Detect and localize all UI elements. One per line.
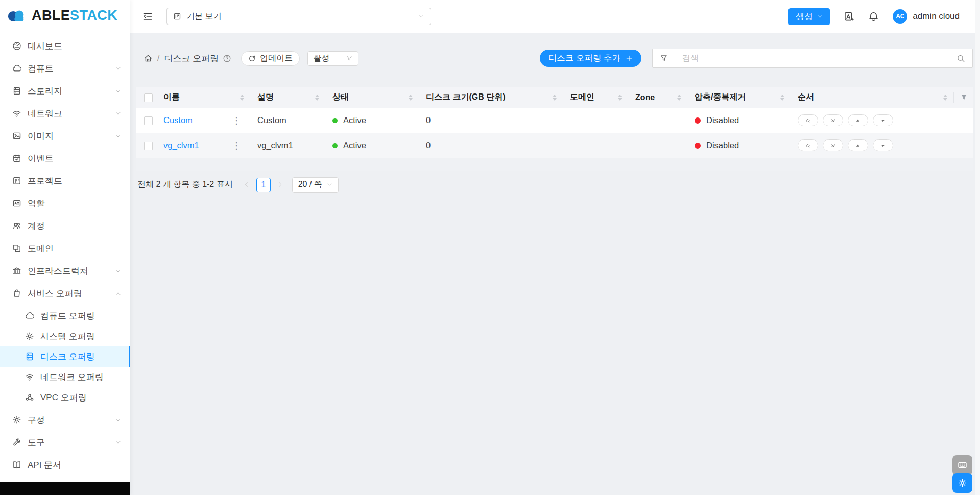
view-select[interactable]: 기본 보기 [166, 8, 431, 25]
search-submit-button[interactable] [949, 49, 972, 67]
page-size-select[interactable]: 20 / 쪽 [292, 177, 339, 193]
next-page-button[interactable] [274, 178, 287, 192]
sidebar-item-accounts[interactable]: 계정 [0, 216, 130, 236]
update-button[interactable]: 업데이트 [241, 51, 300, 66]
sidebar-item-label: VPC 오퍼링 [40, 392, 87, 404]
move-up-button[interactable] [848, 139, 868, 151]
sidebar-item-events[interactable]: 이벤트 [0, 148, 130, 169]
column-header-description[interactable]: 설명 [249, 87, 324, 108]
settings-button[interactable] [952, 473, 972, 493]
sidebar-item-label: 컴퓨트 [28, 63, 54, 75]
previous-page-button[interactable] [240, 178, 253, 192]
sidebar-collapse-icon[interactable] [142, 11, 153, 21]
sidebar-item-images[interactable]: 이미지 [0, 126, 130, 146]
cell-domain [562, 108, 627, 133]
sidebar-item-system-offerings[interactable]: 시스템 오퍼링 [0, 326, 130, 346]
sidebar-item-vpc-offerings[interactable]: VPC 오퍼링 [0, 387, 130, 408]
sort-carets-icon[interactable] [780, 93, 784, 102]
sidebar-item-compute[interactable]: 컴퓨트 [0, 58, 130, 79]
column-header-disk_size[interactable]: 디스크 크기(GB 단위) [418, 87, 562, 108]
select-all-checkbox[interactable] [144, 93, 153, 102]
move-to-top-button[interactable] [798, 139, 818, 151]
add-disk-offering-button[interactable]: 디스크 오퍼링 추가 [540, 50, 641, 67]
keyboard-button[interactable] [952, 455, 972, 475]
disk-offerings-table-card: 이름설명상태디스크 크기(GB 단위)도메인Zone압축/중복제거순서 Cust… [136, 87, 973, 171]
sidebar-item-domains[interactable]: 도메인 [0, 238, 130, 258]
sidebar-item-network-offerings[interactable]: 네트워크 오퍼링 [0, 367, 130, 387]
sort-carets-icon[interactable] [409, 93, 413, 102]
wifi-icon [12, 109, 21, 118]
brand-logo[interactable]: ABLESTACK [0, 0, 130, 31]
cell-state: Active [324, 108, 418, 133]
home-icon[interactable] [144, 54, 153, 63]
sort-carets-icon[interactable] [315, 93, 319, 102]
row-checkbox[interactable] [144, 116, 153, 125]
caret-down-icon [880, 143, 886, 149]
search-icon [957, 54, 965, 63]
sidebar-item-tools[interactable]: 도구 [0, 432, 130, 453]
column-header-state[interactable]: 상태 [324, 87, 418, 108]
sidebar: ABLESTACK 대시보드컴퓨트스토리지네트워크이미지이벤트프로젝트역할계정도… [0, 0, 130, 495]
search-bar [652, 49, 973, 68]
column-header-zone[interactable]: Zone [627, 87, 686, 108]
column-header-domain[interactable]: 도메인 [562, 87, 627, 108]
status-filter-select[interactable]: 활성 [307, 51, 358, 66]
page-number-button[interactable]: 1 [256, 178, 271, 192]
sidebar-bottom-strip [0, 482, 130, 495]
user-menu[interactable]: AC admin cloud [893, 9, 960, 24]
sidebar-item-label: 인프라스트럭쳐 [28, 265, 88, 277]
sort-carets-icon[interactable] [618, 93, 622, 102]
sidebar-item-storage[interactable]: 스토리지 [0, 81, 130, 101]
chevron-down-icon [115, 133, 121, 139]
sidebar-item-disk-offerings[interactable]: 디스크 오퍼링 [0, 346, 130, 367]
event-icon [12, 154, 21, 163]
sort-carets-icon[interactable] [677, 93, 681, 102]
offering-name-link[interactable]: Custom [163, 115, 193, 125]
search-input[interactable] [675, 49, 949, 67]
view-select-value: 기본 보기 [186, 11, 221, 22]
notifications-bell-icon[interactable] [868, 11, 879, 22]
sort-carets-icon[interactable] [240, 93, 244, 102]
move-to-bottom-button[interactable] [823, 114, 843, 126]
chevron-down-icon [817, 14, 823, 19]
search-filter-button[interactable] [653, 49, 675, 67]
sidebar-item-projects[interactable]: 프로젝트 [0, 171, 130, 191]
column-header-order[interactable]: 순서 [790, 87, 973, 108]
help-question-icon[interactable] [223, 54, 231, 63]
row-more-actions-button[interactable]: ⋮ [229, 140, 244, 151]
language-icon[interactable] [844, 11, 854, 22]
sidebar-item-label: 도메인 [28, 243, 54, 254]
column-header-name[interactable]: 이름 [155, 87, 249, 108]
table-row: vg_clvm1⋮vg_clvm1Active0Disabled [136, 133, 973, 158]
sort-carets-icon[interactable] [943, 93, 947, 102]
toolbar-actions: 디스크 오퍼링 추가 [540, 49, 973, 68]
column-filter-icon[interactable] [960, 93, 968, 101]
wifi-icon [25, 372, 34, 382]
scrollbar-track[interactable] [975, 0, 980, 495]
sidebar-item-compute-offerings[interactable]: 컴퓨트 오퍼링 [0, 305, 130, 326]
table-row: Custom⋮CustomActive0Disabled [136, 108, 973, 133]
api-icon [12, 460, 21, 469]
move-to-bottom-button[interactable] [823, 139, 843, 151]
row-checkbox[interactable] [144, 142, 153, 150]
create-button[interactable]: 생성 [788, 8, 830, 25]
sidebar-item-roles[interactable]: 역할 [0, 193, 130, 214]
chevron-up-icon [115, 291, 121, 296]
sidebar-item-dashboard[interactable]: 대시보드 [0, 36, 130, 56]
move-up-button[interactable] [848, 114, 868, 126]
sidebar-item-service-offerings[interactable]: 서비스 오퍼링 [0, 283, 130, 303]
row-more-actions-button[interactable]: ⋮ [229, 115, 244, 126]
sidebar-item-api-docs[interactable]: API 문서 [0, 455, 130, 475]
move-to-top-button[interactable] [798, 114, 818, 126]
sort-carets-icon[interactable] [553, 93, 557, 102]
sidebar-item-label: 도구 [28, 437, 45, 449]
column-label: 압축/중복제거 [695, 92, 746, 103]
sidebar-item-network[interactable]: 네트워크 [0, 103, 130, 124]
funnel-icon [346, 55, 353, 62]
move-down-button[interactable] [873, 139, 893, 151]
sidebar-item-configuration[interactable]: 구성 [0, 410, 130, 430]
move-down-button[interactable] [873, 114, 893, 126]
offering-name-link[interactable]: vg_clvm1 [163, 140, 199, 150]
sidebar-item-infrastructure[interactable]: 인프라스트럭쳐 [0, 261, 130, 281]
column-header-compression[interactable]: 압축/중복제거 [686, 87, 790, 108]
